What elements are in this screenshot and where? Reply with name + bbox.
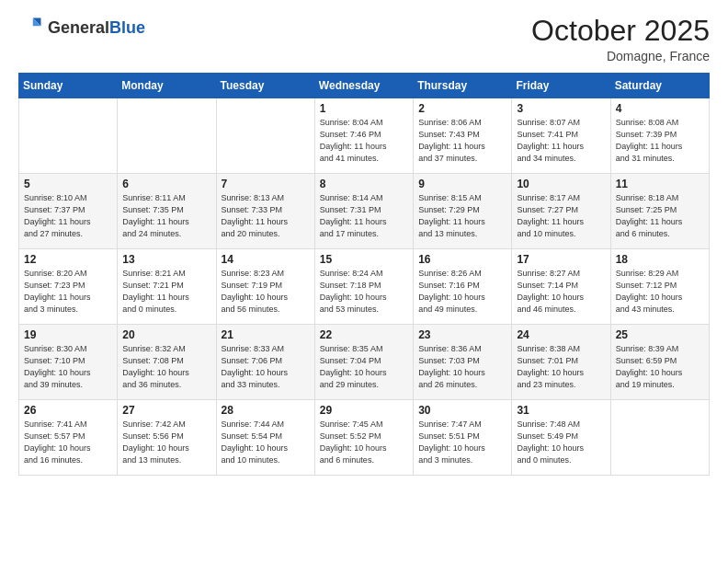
day-cell-2-2: 14Sunrise: 8:23 AM Sunset: 7:19 PM Dayli…: [216, 249, 314, 325]
day-number: 28: [222, 404, 310, 417]
day-info: Sunrise: 8:35 AM Sunset: 7:04 PM Dayligh…: [320, 343, 408, 391]
day-cell-0-5: 3Sunrise: 8:07 AM Sunset: 7:41 PM Daylig…: [512, 98, 610, 174]
day-cell-1-0: 5Sunrise: 8:10 AM Sunset: 7:37 PM Daylig…: [19, 174, 118, 249]
day-cell-3-4: 23Sunrise: 8:36 AM Sunset: 7:03 PM Dayli…: [414, 325, 512, 400]
day-number: 24: [517, 328, 605, 341]
day-info: Sunrise: 8:38 AM Sunset: 7:01 PM Dayligh…: [517, 343, 605, 391]
day-info: Sunrise: 8:08 AM Sunset: 7:39 PM Dayligh…: [616, 117, 704, 165]
weekday-header-row: Sunday Monday Tuesday Wednesday Thursday…: [19, 74, 710, 98]
day-cell-4-2: 28Sunrise: 7:44 AM Sunset: 5:54 PM Dayli…: [216, 400, 314, 476]
day-info: Sunrise: 7:44 AM Sunset: 5:54 PM Dayligh…: [222, 419, 310, 466]
day-info: Sunrise: 8:10 AM Sunset: 7:37 PM Dayligh…: [24, 192, 112, 240]
day-number: 2: [418, 102, 506, 115]
week-row-3: 19Sunrise: 8:30 AM Sunset: 7:10 PM Dayli…: [19, 325, 710, 400]
day-cell-3-0: 19Sunrise: 8:30 AM Sunset: 7:10 PM Dayli…: [19, 325, 118, 400]
day-number: 5: [24, 178, 112, 190]
day-number: 22: [320, 328, 408, 341]
day-number: 18: [616, 253, 704, 266]
day-number: 29: [320, 404, 408, 417]
location-title: Domagne, France: [531, 49, 710, 63]
day-cell-4-4: 30Sunrise: 7:47 AM Sunset: 5:51 PM Dayli…: [414, 400, 512, 476]
calendar: Sunday Monday Tuesday Wednesday Thursday…: [18, 73, 710, 476]
day-cell-3-5: 24Sunrise: 8:38 AM Sunset: 7:01 PM Dayli…: [512, 325, 610, 400]
day-number: 19: [24, 328, 112, 341]
day-number: 9: [418, 178, 506, 190]
header-tuesday: Tuesday: [216, 74, 314, 98]
day-number: 6: [122, 178, 210, 190]
day-cell-0-1: [118, 98, 216, 174]
day-cell-0-6: 4Sunrise: 8:08 AM Sunset: 7:39 PM Daylig…: [610, 98, 709, 174]
day-cell-1-6: 11Sunrise: 8:18 AM Sunset: 7:25 PM Dayli…: [610, 174, 709, 249]
header-sunday: Sunday: [19, 74, 118, 98]
day-cell-2-1: 13Sunrise: 8:21 AM Sunset: 7:21 PM Dayli…: [118, 249, 216, 325]
day-number: 12: [24, 253, 112, 266]
day-cell-1-1: 6Sunrise: 8:11 AM Sunset: 7:35 PM Daylig…: [118, 174, 216, 249]
day-cell-3-3: 22Sunrise: 8:35 AM Sunset: 7:04 PM Dayli…: [314, 325, 413, 400]
day-info: Sunrise: 8:30 AM Sunset: 7:10 PM Dayligh…: [24, 343, 112, 391]
day-info: Sunrise: 8:04 AM Sunset: 7:46 PM Dayligh…: [320, 117, 408, 165]
day-info: Sunrise: 8:17 AM Sunset: 7:27 PM Dayligh…: [517, 192, 605, 240]
day-cell-2-0: 12Sunrise: 8:20 AM Sunset: 7:23 PM Dayli…: [19, 249, 118, 325]
logo-general-text: General: [48, 18, 109, 37]
day-cell-4-5: 31Sunrise: 7:48 AM Sunset: 5:49 PM Dayli…: [512, 400, 610, 476]
day-number: 17: [517, 253, 605, 266]
generalblue-icon: [18, 15, 44, 40]
day-cell-3-2: 21Sunrise: 8:33 AM Sunset: 7:06 PM Dayli…: [216, 325, 314, 400]
day-info: Sunrise: 7:41 AM Sunset: 5:57 PM Dayligh…: [24, 419, 112, 466]
day-info: Sunrise: 8:26 AM Sunset: 7:16 PM Dayligh…: [418, 268, 506, 316]
week-row-4: 26Sunrise: 7:41 AM Sunset: 5:57 PM Dayli…: [19, 400, 710, 476]
logo-blue-text: Blue: [109, 18, 145, 37]
day-info: Sunrise: 7:48 AM Sunset: 5:49 PM Dayligh…: [517, 419, 605, 466]
day-number: 20: [122, 328, 210, 341]
header: GeneralBlue October 2025 Domagne, France: [18, 15, 710, 63]
day-info: Sunrise: 8:21 AM Sunset: 7:21 PM Dayligh…: [122, 268, 210, 316]
header-monday: Monday: [118, 74, 216, 98]
title-block: October 2025 Domagne, France: [531, 15, 710, 63]
day-number: 26: [24, 404, 112, 417]
day-cell-0-0: [19, 98, 118, 174]
header-thursday: Thursday: [414, 74, 512, 98]
day-cell-4-1: 27Sunrise: 7:42 AM Sunset: 5:56 PM Dayli…: [118, 400, 216, 476]
day-number: 13: [122, 253, 210, 266]
day-info: Sunrise: 7:47 AM Sunset: 5:51 PM Dayligh…: [418, 419, 506, 466]
day-cell-1-3: 8Sunrise: 8:14 AM Sunset: 7:31 PM Daylig…: [314, 174, 413, 249]
day-cell-0-3: 1Sunrise: 8:04 AM Sunset: 7:46 PM Daylig…: [314, 98, 413, 174]
day-info: Sunrise: 8:14 AM Sunset: 7:31 PM Dayligh…: [320, 192, 408, 240]
day-info: Sunrise: 8:23 AM Sunset: 7:19 PM Dayligh…: [222, 268, 310, 316]
day-cell-4-0: 26Sunrise: 7:41 AM Sunset: 5:57 PM Dayli…: [19, 400, 118, 476]
day-info: Sunrise: 7:45 AM Sunset: 5:52 PM Dayligh…: [320, 419, 408, 466]
day-info: Sunrise: 8:11 AM Sunset: 7:35 PM Dayligh…: [122, 192, 210, 240]
day-number: 16: [418, 253, 506, 266]
day-number: 3: [517, 102, 605, 115]
header-friday: Friday: [512, 74, 610, 98]
day-number: 7: [222, 178, 310, 190]
day-info: Sunrise: 8:29 AM Sunset: 7:12 PM Dayligh…: [616, 268, 704, 316]
day-info: Sunrise: 8:18 AM Sunset: 7:25 PM Dayligh…: [616, 192, 704, 240]
month-title: October 2025: [531, 15, 710, 47]
day-number: 11: [616, 178, 704, 190]
day-info: Sunrise: 8:07 AM Sunset: 7:41 PM Dayligh…: [517, 117, 605, 165]
day-info: Sunrise: 7:42 AM Sunset: 5:56 PM Dayligh…: [122, 419, 210, 466]
day-number: 10: [517, 178, 605, 190]
day-number: 30: [418, 404, 506, 417]
header-wednesday: Wednesday: [314, 74, 413, 98]
day-info: Sunrise: 8:32 AM Sunset: 7:08 PM Dayligh…: [122, 343, 210, 391]
day-cell-0-4: 2Sunrise: 8:06 AM Sunset: 7:43 PM Daylig…: [414, 98, 512, 174]
day-number: 15: [320, 253, 408, 266]
day-number: 4: [616, 102, 704, 115]
week-row-0: 1Sunrise: 8:04 AM Sunset: 7:46 PM Daylig…: [19, 98, 710, 174]
day-cell-1-4: 9Sunrise: 8:15 AM Sunset: 7:29 PM Daylig…: [414, 174, 512, 249]
day-info: Sunrise: 8:39 AM Sunset: 6:59 PM Dayligh…: [616, 343, 704, 391]
day-number: 21: [222, 328, 310, 341]
week-row-2: 12Sunrise: 8:20 AM Sunset: 7:23 PM Dayli…: [19, 249, 710, 325]
day-cell-4-6: [610, 400, 709, 476]
day-info: Sunrise: 8:20 AM Sunset: 7:23 PM Dayligh…: [24, 268, 112, 316]
day-cell-0-2: [216, 98, 314, 174]
day-info: Sunrise: 8:06 AM Sunset: 7:43 PM Dayligh…: [418, 117, 506, 165]
day-number: 14: [222, 253, 310, 266]
day-info: Sunrise: 8:15 AM Sunset: 7:29 PM Dayligh…: [418, 192, 506, 240]
day-info: Sunrise: 8:24 AM Sunset: 7:18 PM Dayligh…: [320, 268, 408, 316]
day-number: 25: [616, 328, 704, 341]
day-number: 31: [517, 404, 605, 417]
day-cell-2-6: 18Sunrise: 8:29 AM Sunset: 7:12 PM Dayli…: [610, 249, 709, 325]
